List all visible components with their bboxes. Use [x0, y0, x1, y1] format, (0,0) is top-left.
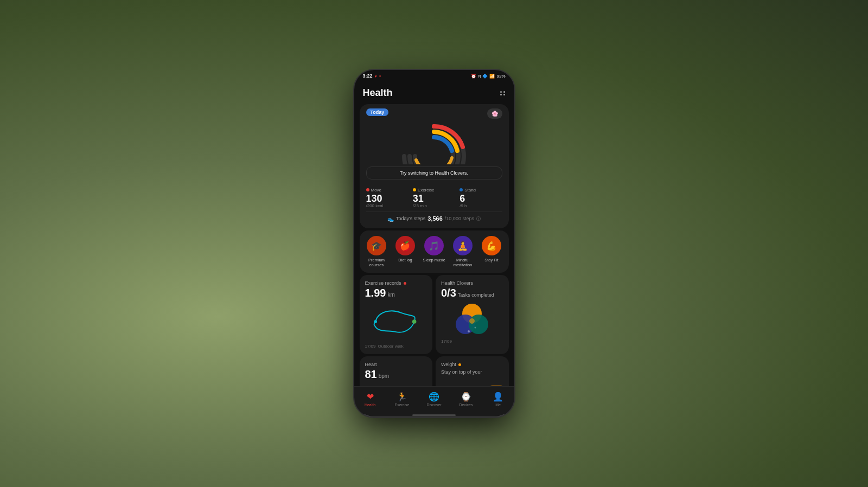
status-bar: 3:22 ♥ ● ⏰ N 🔷 📶 93% [354, 70, 514, 82]
exercise-activity: Outdoor walk [378, 344, 404, 349]
nav-health[interactable]: ❤ Health [354, 392, 386, 407]
steps-value: 3,566 [427, 215, 443, 222]
premium-courses-icon: 🎓 [371, 241, 382, 251]
steps-info-icon: ⓘ [476, 216, 481, 222]
health-clovers-label: Health Clovers [441, 280, 473, 286]
move-metric: Move 130 /200 kcal [366, 184, 409, 208]
heart-rate-card[interactable]: Heart 81 bpm [360, 356, 433, 386]
sleep-music-icon: 🎵 [429, 241, 439, 251]
diet-log-icon: 🍎 [400, 241, 411, 251]
stand-unit: /9 h [459, 203, 502, 208]
weight-alert-dot [458, 363, 461, 366]
svg-point-2 [412, 319, 416, 324]
page-title: Health [363, 87, 393, 99]
more-menu-button[interactable] [500, 91, 506, 95]
action-premium-courses[interactable]: 🎓 Premium courses [364, 236, 390, 267]
stay-fit-label: Stay Fit [484, 258, 498, 262]
steps-icon: 👟 [387, 216, 394, 222]
exercise-alert-dot [404, 282, 406, 285]
stand-metric: Stand 6 /9 h [459, 184, 502, 208]
nav-exercise[interactable]: 🏃 Exercise [386, 392, 418, 407]
phone-shell: 3:22 ♥ ● ⏰ N 🔷 📶 93% Health [354, 70, 514, 417]
exercise-records-card[interactable]: Exercise records 1.99 km [360, 275, 433, 354]
switch-banner[interactable]: Try switching to Health Clovers. [366, 166, 502, 180]
weight-label: Weight [441, 362, 456, 367]
action-mindful-meditation[interactable]: 🧘 Mindful meditation [450, 236, 476, 267]
route-map [365, 303, 427, 341]
move-unit: /200 kcal [366, 203, 409, 208]
exercise-records-label: Exercise records [365, 280, 401, 286]
exercise-distance-unit: km [387, 292, 394, 298]
heart-rate-unit: bpm [379, 373, 389, 379]
bluetooth-icon: 🔷 [482, 74, 488, 79]
devices-nav-label: Devices [459, 403, 473, 407]
exercise-distance-value: 1.99 [365, 287, 386, 299]
health-clovers-button[interactable]: 🌸 [487, 108, 502, 119]
status-icons: ⏰ N 🔷 📶 93% [471, 74, 505, 79]
activity-rings-card[interactable]: Today 🌸 [360, 104, 509, 228]
me-nav-label: Me [495, 403, 501, 407]
nav-discover[interactable]: 🌐 Discover [418, 392, 450, 407]
clovers-date: 17/09 [441, 339, 503, 344]
screen[interactable]: Health Today 🌸 [354, 82, 514, 386]
signal-icon: 📶 [489, 74, 495, 79]
notif-dot: ● [379, 74, 381, 78]
time-display: 3:22 [363, 73, 373, 79]
weight-subtitle: Stay on top of your [441, 369, 503, 375]
heart-status-icon: ♥ [375, 74, 377, 78]
tasks-completed-value: 0/3 [441, 287, 456, 299]
nav-devices[interactable]: ⌚ Devices [450, 392, 482, 407]
health-nav-icon: ❤ [367, 392, 374, 402]
tasks-completed-label: Tasks completed [458, 292, 494, 298]
svg-point-0 [432, 124, 436, 129]
premium-courses-label: Premium courses [364, 258, 390, 267]
svg-point-8 [468, 330, 470, 332]
nav-me[interactable]: 👤 Me [482, 392, 514, 407]
steps-label: Today's steps [396, 216, 425, 221]
steps-goal: /10,000 steps [445, 216, 474, 221]
scene: 3:22 ♥ ● ⏰ N 🔷 📶 93% Health [0, 0, 868, 487]
today-badge: Today [366, 108, 389, 116]
mindful-meditation-label: Mindful meditation [450, 258, 476, 267]
heart-rate-value: 81 [365, 368, 377, 381]
nav-bar: ❤ Health 🏃 Exercise 🌐 Discover ⌚ Devices… [354, 386, 514, 414]
me-nav-icon: 👤 [493, 392, 503, 402]
metrics-row: Move 130 /200 kcal Exercise 31 /25 min S… [366, 181, 502, 208]
action-sleep-music[interactable]: 🎵 Sleep music [422, 236, 447, 267]
mindful-meditation-icon: 🧘 [457, 241, 468, 251]
weight-card[interactable]: Weight Stay on top of your ⊞ [436, 356, 509, 386]
svg-point-7 [469, 318, 475, 324]
bottom-cards-row: Heart 81 bpm Weigh [360, 356, 509, 386]
sleep-music-label: Sleep music [423, 258, 445, 262]
heart-rate-label: Heart [365, 362, 377, 367]
clovers-visual [441, 302, 503, 337]
alarm-icon: ⏰ [471, 74, 476, 79]
move-value: 130 [366, 194, 409, 203]
discover-nav-icon: 🌐 [429, 392, 439, 402]
health-clovers-card[interactable]: Health Clovers 0/3 Tasks completed [436, 275, 509, 354]
switch-banner-text: Try switching to Health Clovers. [400, 170, 468, 176]
action-diet-log[interactable]: 🍎 Diet log [393, 236, 418, 267]
battery-display: 93% [496, 74, 505, 79]
home-indicator [412, 414, 456, 416]
exercise-date: 17/09 [365, 344, 376, 349]
exercise-unit: /25 min [413, 203, 455, 208]
quick-actions-row: 🎓 Premium courses 🍎 Diet log 🎵 [364, 236, 505, 267]
health-nav-label: Health [365, 403, 375, 407]
exercise-nav-icon: 🏃 [397, 392, 407, 402]
action-stay-fit[interactable]: 💪 Stay Fit [479, 236, 505, 267]
exercise-nav-label: Exercise [395, 403, 410, 407]
app-header: Health [354, 82, 514, 102]
steps-row[interactable]: 👟 Today's steps 3,566 /10,000 steps ⓘ [366, 212, 502, 222]
stand-value: 6 [459, 194, 502, 203]
svg-point-6 [469, 315, 488, 334]
svg-point-3 [374, 320, 377, 323]
discover-nav-label: Discover [426, 403, 441, 407]
svg-point-1 [432, 130, 436, 134]
weight-action-button[interactable]: ⊞ [488, 386, 505, 386]
cards-grid: Exercise records 1.99 km [360, 275, 509, 354]
exercise-metric: Exercise 31 /25 min [413, 184, 455, 208]
stay-fit-icon: 💪 [486, 241, 497, 251]
diet-log-label: Diet log [398, 258, 412, 262]
quick-actions-card: 🎓 Premium courses 🍎 Diet log 🎵 [360, 230, 509, 273]
